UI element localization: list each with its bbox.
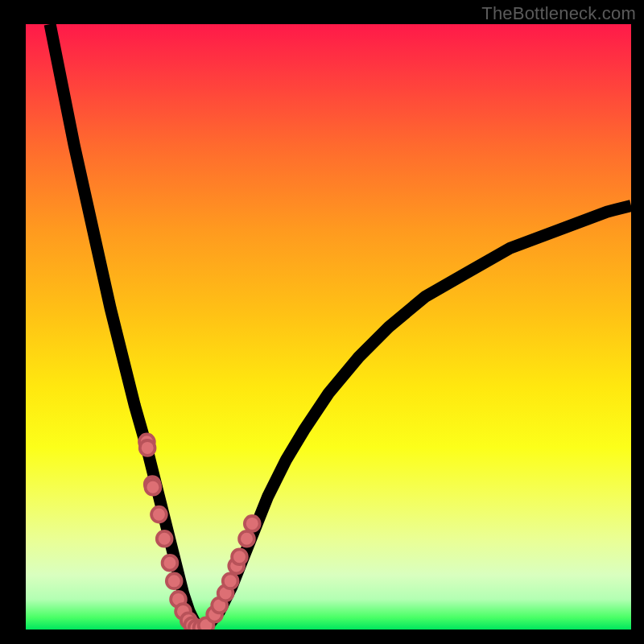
sample-point [232, 549, 247, 564]
sample-point [167, 573, 182, 588]
sample-point [140, 440, 155, 456]
watermark-text: TheBottleneck.com [481, 3, 636, 24]
sample-point [151, 507, 167, 522]
sample-point [146, 480, 161, 495]
sample-point [245, 516, 260, 531]
sample-point [163, 555, 178, 571]
sample-point [157, 531, 172, 547]
sample-points-group [139, 434, 260, 630]
sample-point [223, 573, 238, 588]
plot-area [26, 24, 631, 630]
sample-point [239, 531, 254, 547]
chart-svg [26, 24, 631, 630]
chart-frame: TheBottleneck.com [0, 0, 644, 644]
bottleneck-curve [50, 24, 631, 630]
